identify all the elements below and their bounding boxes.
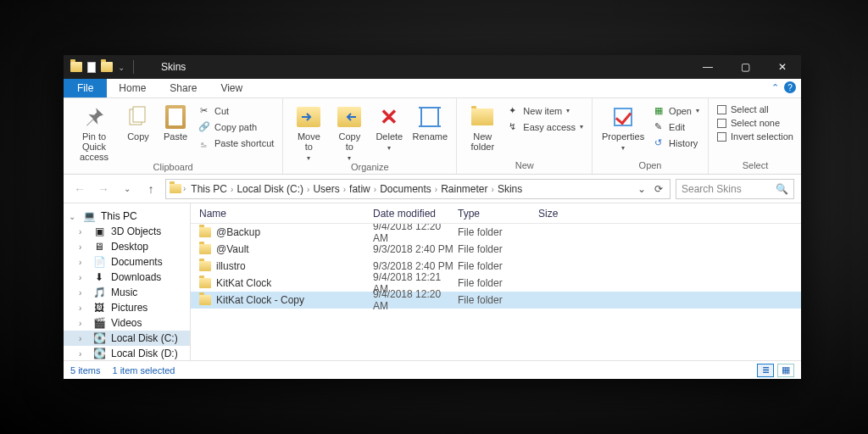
group-label: Select bbox=[715, 160, 795, 172]
help-icon[interactable]: ? bbox=[784, 81, 796, 93]
breadcrumb-segment[interactable]: Rainmeter bbox=[437, 183, 491, 195]
group-label: New bbox=[464, 160, 585, 172]
address-dropdown-icon[interactable]: ⌄ bbox=[634, 183, 649, 195]
expand-icon[interactable]: ⌄ bbox=[69, 212, 77, 221]
history-button[interactable]: ↺History bbox=[650, 136, 701, 150]
expand-icon[interactable]: › bbox=[79, 258, 87, 267]
table-row[interactable]: KitKat Clock - Copy9/4/2018 12:20 AMFile… bbox=[191, 292, 801, 309]
nav-item[interactable]: ›🖥Desktop bbox=[64, 239, 190, 254]
titlebar[interactable]: ⌄ Skins — ▢ ✕ bbox=[64, 55, 801, 79]
paste-button[interactable]: Paste bbox=[159, 102, 192, 142]
minimize-button[interactable]: — bbox=[689, 55, 726, 79]
pin-to-quick-access-button[interactable]: Pin to Quick access bbox=[70, 102, 118, 162]
move-to-button[interactable]: Move to▾ bbox=[290, 102, 327, 162]
nav-item[interactable]: ›💽Local Disk (D:) bbox=[64, 346, 190, 360]
edit-button[interactable]: ✎Edit bbox=[650, 120, 701, 134]
forward-button[interactable]: → bbox=[94, 180, 113, 198]
folder-icon bbox=[199, 278, 211, 288]
nav-item-label: Music bbox=[111, 287, 137, 298]
expand-icon[interactable]: › bbox=[79, 273, 87, 282]
address-bar-row: ← → ⌄ ↑ › This PC›Local Disk (C:)›Users›… bbox=[64, 175, 801, 203]
tab-share[interactable]: Share bbox=[158, 79, 209, 97]
delete-button[interactable]: ✕ Delete▾ bbox=[371, 102, 407, 152]
column-type[interactable]: Type bbox=[458, 208, 538, 220]
path-icon: 🔗 bbox=[198, 120, 210, 133]
cube-icon: ▣ bbox=[92, 225, 106, 237]
tab-file[interactable]: File bbox=[64, 79, 107, 97]
nav-item-label: 3D Objects bbox=[111, 225, 161, 237]
chevron-right-icon[interactable]: › bbox=[183, 184, 186, 193]
nav-item[interactable]: ›🖼Pictures bbox=[64, 300, 190, 315]
expand-icon[interactable]: › bbox=[79, 288, 87, 298]
refresh-button[interactable]: ⟳ bbox=[651, 183, 666, 195]
file-type: File folder bbox=[458, 294, 538, 306]
column-headers[interactable]: Name Date modified Type Size bbox=[191, 203, 801, 224]
maximize-button[interactable]: ▢ bbox=[726, 55, 764, 79]
checkbox-icon bbox=[717, 119, 726, 128]
table-row[interactable]: illustro9/3/2018 2:40 PMFile folder bbox=[191, 258, 801, 275]
collapse-ribbon-icon[interactable]: ⌃ bbox=[771, 82, 779, 93]
folder-icon bbox=[199, 227, 211, 237]
back-button[interactable]: ← bbox=[70, 180, 89, 198]
file-date: 9/3/2018 2:40 PM bbox=[373, 260, 458, 272]
properties-button[interactable]: Properties▾ bbox=[599, 102, 647, 152]
expand-icon[interactable]: › bbox=[79, 319, 87, 328]
close-button[interactable]: ✕ bbox=[764, 55, 801, 79]
qat-dropdown-icon[interactable]: ⌄ bbox=[118, 63, 125, 72]
search-box[interactable]: Search Skins 🔍 bbox=[676, 179, 794, 199]
breadcrumb-segment[interactable]: fatiw bbox=[346, 183, 374, 195]
nav-item[interactable]: ›▣3D Objects bbox=[64, 224, 190, 239]
tab-home[interactable]: Home bbox=[107, 79, 158, 97]
new-item-button[interactable]: ✦New item ▾ bbox=[504, 103, 585, 118]
tab-view[interactable]: View bbox=[209, 79, 254, 97]
disk-icon: 💽 bbox=[92, 332, 106, 344]
file-name: @Backup bbox=[216, 226, 260, 238]
address-bar[interactable]: › This PC›Local Disk (C:)›Users›fatiw›Do… bbox=[165, 179, 670, 199]
nav-item[interactable]: ›🎬Videos bbox=[64, 315, 190, 331]
nav-item[interactable]: ›🎵Music bbox=[64, 285, 190, 300]
column-date[interactable]: Date modified bbox=[373, 208, 458, 220]
folder-icon bbox=[170, 184, 181, 193]
new-folder-button[interactable]: New folder bbox=[464, 102, 501, 152]
breadcrumb-segment[interactable]: Skins bbox=[494, 183, 526, 195]
navigation-pane[interactable]: ⌄ 💻 This PC ›▣3D Objects›🖥Desktop›📄Docum… bbox=[64, 203, 191, 360]
expand-icon[interactable]: › bbox=[79, 334, 87, 343]
breadcrumb-segment[interactable]: Users bbox=[309, 183, 342, 195]
select-none-button[interactable]: Select none bbox=[715, 117, 795, 129]
column-size[interactable]: Size bbox=[538, 208, 589, 220]
expand-icon[interactable]: › bbox=[79, 227, 87, 236]
copy-path-button[interactable]: 🔗Copy path bbox=[196, 120, 275, 134]
expand-icon[interactable]: › bbox=[79, 349, 87, 359]
table-row[interactable]: @Vault9/3/2018 2:40 PMFile folder bbox=[191, 241, 801, 258]
desktop-icon: 🖥 bbox=[92, 241, 106, 253]
icons-view-button[interactable]: ▦ bbox=[777, 364, 794, 377]
quick-access-toolbar: ⌄ bbox=[64, 60, 144, 74]
folder-icon bbox=[199, 295, 211, 305]
easy-access-button[interactable]: ↯Easy access ▾ bbox=[504, 120, 585, 134]
up-button[interactable]: ↑ bbox=[142, 180, 160, 198]
details-view-button[interactable]: ≣ bbox=[757, 364, 774, 377]
breadcrumb-segment[interactable]: Local Disk (C:) bbox=[233, 183, 307, 195]
paste-shortcut-button[interactable]: ⎁Paste shortcut bbox=[196, 136, 275, 150]
nav-this-pc[interactable]: ⌄ 💻 This PC bbox=[64, 209, 190, 224]
breadcrumb-segment[interactable]: This PC bbox=[187, 183, 231, 195]
column-name[interactable]: Name bbox=[191, 208, 373, 220]
nav-item[interactable]: ›⬇Downloads bbox=[64, 270, 190, 285]
nav-item[interactable]: ›📄Documents bbox=[64, 254, 190, 270]
rename-button[interactable]: Rename bbox=[410, 102, 449, 142]
copy-to-button[interactable]: Copy to▾ bbox=[331, 102, 368, 162]
select-all-button[interactable]: Select all bbox=[715, 103, 795, 115]
breadcrumb-segment[interactable]: Documents bbox=[376, 183, 435, 195]
file-rows[interactable]: @Backup9/4/2018 12:20 AMFile folder@Vaul… bbox=[191, 224, 801, 360]
nav-item-label: Videos bbox=[111, 317, 142, 329]
table-row[interactable]: @Backup9/4/2018 12:20 AMFile folder bbox=[191, 224, 801, 241]
nav-item[interactable]: ›💽Local Disk (C:) bbox=[64, 331, 190, 346]
open-button[interactable]: ▦Open ▾ bbox=[650, 103, 701, 118]
cut-button[interactable]: ✂Cut bbox=[196, 103, 275, 118]
table-row[interactable]: KitKat Clock9/4/2018 12:21 AMFile folder bbox=[191, 275, 801, 292]
expand-icon[interactable]: › bbox=[79, 303, 87, 313]
recent-dropdown[interactable]: ⌄ bbox=[118, 180, 136, 198]
copy-button[interactable]: Copy bbox=[121, 102, 155, 142]
invert-selection-button[interactable]: Invert selection bbox=[715, 131, 795, 142]
expand-icon[interactable]: › bbox=[79, 242, 87, 252]
